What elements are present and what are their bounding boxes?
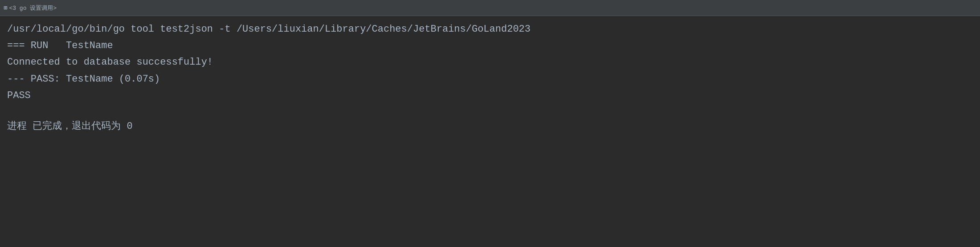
toolbar-icon[interactable]: ⊞ [4,4,7,12]
toolbar-title: <3 go 设置调用> [9,4,57,12]
toolbar: ⊞ <3 go 设置调用> [0,0,980,16]
terminal-container: ⊞ <3 go 设置调用> /usr/local/go/bin/go tool … [0,0,980,247]
connected-line: Connected to database successfully! [7,54,973,70]
blank-line [7,104,973,118]
run-line: === RUN TestName [7,38,973,54]
output-area: /usr/local/go/bin/go tool test2json -t /… [0,16,980,247]
pass-line: PASS [7,88,973,103]
pass-detail-line: --- PASS: TestName (0.07s) [7,71,973,87]
cmd-line: /usr/local/go/bin/go tool test2json -t /… [7,21,973,37]
process-line: 进程 已完成，退出代码为 0 [7,119,973,134]
